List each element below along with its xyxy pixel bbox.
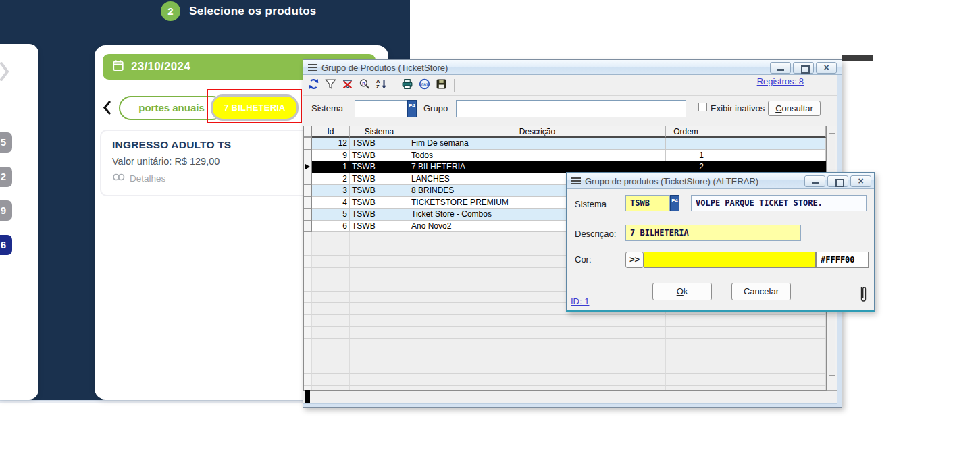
dialog-titlebar[interactable]: Grupo de produtos (TicketStore) (ALTERAR… xyxy=(567,173,874,189)
sistema-value-field[interactable]: TSWB xyxy=(625,195,670,211)
minimize-button[interactable] xyxy=(770,62,791,74)
details-link[interactable]: Detalhes xyxy=(112,173,165,184)
grid-header-id[interactable]: Id xyxy=(312,126,350,138)
maximize-button[interactable] xyxy=(827,175,848,187)
cor-picker-button[interactable]: >> xyxy=(625,252,644,268)
svg-text:n: n xyxy=(362,80,365,86)
side-badge-active[interactable]: 6 xyxy=(0,235,12,255)
chevron-right-icon[interactable] xyxy=(0,61,9,84)
window-titlebar[interactable]: Grupo de Produtos (TicketStore) xyxy=(303,60,842,75)
cell-id[interactable]: 4 xyxy=(312,197,350,209)
minimize-button[interactable] xyxy=(804,175,825,187)
row-selector[interactable] xyxy=(304,150,312,162)
empty-cell xyxy=(666,315,706,327)
search-icon[interactable]: n xyxy=(359,78,370,92)
side-badge[interactable]: 5 xyxy=(0,132,12,153)
row-selector[interactable] xyxy=(304,197,312,209)
cell-ordem[interactable] xyxy=(666,138,706,150)
cell-descricao[interactable]: Todos xyxy=(409,150,666,162)
ia-icon[interactable]: (IA) xyxy=(419,78,430,92)
cell-sistema[interactable]: TSWB xyxy=(350,209,409,221)
cell-id[interactable]: 1 xyxy=(312,161,350,173)
id-link[interactable]: ID: 1 xyxy=(571,296,589,306)
print-icon[interactable] xyxy=(401,78,413,92)
close-button[interactable] xyxy=(850,175,871,187)
sistema-input[interactable] xyxy=(355,100,407,117)
cancelar-button[interactable]: Cancelar xyxy=(731,283,791,300)
cell-id[interactable]: 3 xyxy=(312,185,350,197)
side-badge[interactable]: 9 xyxy=(0,200,12,221)
empty-cell xyxy=(350,327,409,339)
cell-ordem[interactable]: 1 xyxy=(666,150,706,162)
toolbar-separator xyxy=(394,79,394,92)
empty-cell xyxy=(409,327,666,339)
cell-sistema[interactable]: TSWB xyxy=(350,197,409,209)
filter-icon[interactable] xyxy=(325,78,336,92)
maximize-button[interactable] xyxy=(793,62,814,74)
cell-sistema[interactable]: TSWB xyxy=(350,150,409,162)
cor-label: Cor: xyxy=(575,254,592,265)
cell-id[interactable]: 9 xyxy=(312,150,350,162)
sort-icon[interactable]: A Z xyxy=(376,78,387,92)
cell-sistema[interactable]: TSWB xyxy=(350,138,409,150)
grid-row[interactable]: 1TSWB7 BILHETERIA2 xyxy=(304,161,826,173)
grid-row[interactable]: 9TSWBTodos1 xyxy=(304,150,826,162)
grid-empty-row xyxy=(304,350,826,362)
row-selector[interactable] xyxy=(304,221,312,233)
chevron-left-icon[interactable] xyxy=(103,101,111,117)
row-selector[interactable] xyxy=(304,161,312,173)
selected-date: 23/10/2024 xyxy=(131,60,190,74)
cell-id[interactable]: 2 xyxy=(312,173,350,186)
ok-button[interactable]: Ok xyxy=(652,283,712,300)
f4-lookup-button[interactable]: F4 xyxy=(670,195,679,211)
cell-id[interactable]: 6 xyxy=(312,221,350,233)
empty-cell xyxy=(409,315,666,327)
empty-cell xyxy=(666,362,706,375)
paperclip-icon[interactable] xyxy=(859,284,868,307)
cell-id[interactable]: 5 xyxy=(312,209,350,221)
empty-cell xyxy=(666,374,706,386)
grid-header-descricao[interactable]: Descrição xyxy=(409,126,666,138)
product-card[interactable]: INGRESSO ADULTO TS Valor unitário: R$ 12… xyxy=(100,130,311,196)
refresh-icon[interactable] xyxy=(308,78,319,92)
empty-cell xyxy=(304,350,312,362)
f4-lookup-button[interactable]: F4 xyxy=(407,100,417,117)
cell-id[interactable]: 12 xyxy=(312,138,350,150)
side-badge[interactable]: 2 xyxy=(0,167,12,187)
empty-cell xyxy=(312,232,350,244)
save-icon[interactable] xyxy=(436,78,447,92)
empty-cell xyxy=(312,327,350,339)
row-selector[interactable] xyxy=(304,173,312,186)
empty-cell xyxy=(312,303,350,315)
cor-swatch[interactable] xyxy=(644,252,816,268)
grid-header-sistema[interactable]: Sistema xyxy=(350,126,409,138)
cell-extra[interactable] xyxy=(706,138,826,150)
cell-sistema[interactable]: TSWB xyxy=(350,173,409,186)
cell-sistema[interactable]: TSWB xyxy=(350,221,409,233)
registros-link[interactable]: Registros: 8 xyxy=(757,76,804,86)
empty-cell xyxy=(350,244,409,256)
menu-icon[interactable] xyxy=(571,177,581,185)
grid-row[interactable]: 12TSWBFim De semana xyxy=(304,138,826,150)
cell-extra[interactable] xyxy=(706,161,826,173)
cell-sistema[interactable]: TSWB xyxy=(350,185,409,197)
cell-sistema[interactable]: TSWB xyxy=(350,161,409,173)
clear-filter-icon[interactable] xyxy=(342,78,353,92)
dialog-title: Grupo de produtos (TicketStore) (ALTERAR… xyxy=(585,176,758,186)
cell-descricao[interactable]: Fim De semana xyxy=(409,138,666,150)
cor-hex-field[interactable]: #FFFF00 xyxy=(816,252,869,268)
grid-header-ordem[interactable]: Ordem xyxy=(666,126,706,138)
cell-ordem[interactable]: 2 xyxy=(666,161,706,173)
exibir-inativos-checkbox[interactable] xyxy=(698,103,707,111)
cell-extra[interactable] xyxy=(706,150,826,162)
row-selector[interactable] xyxy=(304,185,312,197)
grupo-input[interactable] xyxy=(456,100,686,117)
menu-icon[interactable] xyxy=(308,64,317,72)
close-button[interactable] xyxy=(816,62,837,74)
descricao-input[interactable]: 7 BILHETERIA xyxy=(625,225,801,241)
side-card xyxy=(0,44,38,400)
consultar-button[interactable]: Consultar xyxy=(768,101,821,116)
row-selector[interactable] xyxy=(304,138,312,150)
row-selector[interactable] xyxy=(304,209,312,221)
cell-descricao[interactable]: 7 BILHETERIA xyxy=(409,161,666,173)
